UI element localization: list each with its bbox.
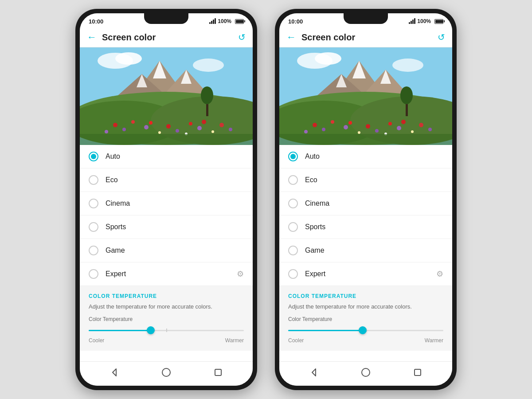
option-cinema-left[interactable]: Cinema [80,192,253,215]
svg-point-22 [176,129,179,133]
nav-back-left[interactable] [108,366,121,379]
option-sports-label-right: Sports [305,223,443,231]
svg-point-37 [315,52,341,65]
svg-point-14 [131,120,135,124]
battery-icon-right [434,19,443,24]
reset-button-left[interactable]: ↺ [238,32,246,43]
svg-point-28 [211,130,214,133]
option-sports-right[interactable]: Sports [279,215,452,239]
svg-point-52 [419,123,423,127]
nav-home-icon-left [161,368,171,377]
battery-text-left: 100% [218,18,231,24]
svg-point-68 [362,368,370,376]
svg-point-17 [219,123,224,127]
nav-home-left[interactable] [160,366,172,379]
status-bar-left: 10:00 100% [80,13,253,27]
option-game-right[interactable]: Game [279,239,452,262]
radio-eco-right [288,175,298,185]
option-eco-left[interactable]: Eco [80,168,253,192]
option-game-left[interactable]: Game [80,239,253,262]
svg-point-13 [113,123,117,127]
status-time-left: 10:00 [89,18,103,25]
battery-icon-left [235,19,244,24]
option-expert-label-left: Expert [106,270,237,278]
color-temp-section-left: COLOR TEMPERATURE Adjust the temperature… [80,286,253,351]
svg-point-21 [144,125,149,129]
svg-point-58 [397,126,401,130]
slider-thumb-left[interactable] [147,326,155,334]
option-eco-right[interactable]: Eco [279,168,452,192]
landscape-svg-right [279,47,452,145]
option-auto-left[interactable]: Auto [80,145,253,168]
svg-point-56 [344,125,348,129]
status-bar-right: 10:00 100% [279,13,452,27]
svg-marker-67 [312,369,316,376]
radio-auto-right [288,152,298,161]
back-button-right[interactable]: ← [286,32,296,42]
section-title-left: COLOR TEMPERATURE [89,293,244,299]
svg-point-15 [166,124,171,129]
slider-tick-left [166,329,167,332]
notch-right [344,13,388,24]
nav-recent-icon-left [214,368,223,377]
radio-game-left [89,246,98,255]
status-icons-right: 100% [409,18,443,24]
option-game-label-right: Game [305,246,443,254]
status-time-right: 10:00 [288,18,303,25]
svg-point-49 [331,120,334,124]
gear-icon-right[interactable]: ⚙ [436,269,443,279]
option-expert-left[interactable]: Expert ⚙ [80,262,253,286]
phone-right: 10:00 100% ← Screen color ↺ [275,9,457,390]
option-eco-label-right: Eco [305,176,443,184]
svg-point-57 [375,129,379,133]
phone-left: 10:00 100% ← Screen color ↺ [75,9,257,390]
radio-sports-left [89,222,98,232]
option-sports-left[interactable]: Sports [80,215,253,239]
svg-point-23 [197,126,202,130]
section-desc-left: Adjust the temperature for more accurate… [89,303,244,311]
svg-point-63 [411,130,414,133]
svg-point-19 [202,120,206,124]
slider-fill-right [288,330,363,331]
option-cinema-right[interactable]: Cinema [279,192,452,215]
section-desc-right: Adjust the temperature for more accurate… [288,303,443,311]
svg-point-33 [162,368,170,376]
nav-bar-right [279,361,452,386]
slider-container-right[interactable] [288,326,443,335]
radio-eco-left [89,175,98,185]
back-button-left[interactable]: ← [87,32,97,42]
svg-point-55 [322,128,325,131]
option-auto-label-right: Auto [305,153,443,160]
slider-label-right: Color Temperature [288,316,443,322]
header-title-right: Screen color [301,32,432,43]
nav-back-right[interactable] [308,366,320,379]
slider-thumb-right[interactable] [359,326,367,334]
svg-point-59 [428,128,432,131]
temp-labels-left: Cooler Warmer [89,337,244,344]
radio-expert-right [288,269,298,279]
reset-button-right[interactable]: ↺ [438,32,445,43]
nav-recent-left[interactable] [212,366,224,379]
option-auto-right[interactable]: Auto [279,145,452,168]
nav-home-right[interactable] [360,366,372,379]
signal-icon-right [409,19,415,24]
option-auto-label-left: Auto [106,153,244,160]
radio-game-right [288,246,298,255]
slider-label-left: Color Temperature [89,316,244,322]
radio-expert-left [89,269,98,279]
gear-icon-left[interactable]: ⚙ [237,269,244,279]
battery-text-right: 100% [417,18,431,24]
radio-cinema-right [288,199,298,208]
notch-left [144,13,188,24]
svg-point-61 [358,131,360,134]
radio-auto-left [89,152,98,161]
nav-recent-right[interactable] [411,366,424,379]
slider-container-left[interactable] [89,326,244,335]
option-expert-right[interactable]: Expert ⚙ [279,262,452,286]
app-header-right: ← Screen color ↺ [279,27,452,47]
signal-icon-left [209,19,216,24]
radio-cinema-left [89,199,98,208]
option-eco-label-left: Eco [106,176,244,184]
phone-left-screen: 10:00 100% ← Screen color ↺ [80,13,253,386]
svg-point-18 [149,121,153,125]
